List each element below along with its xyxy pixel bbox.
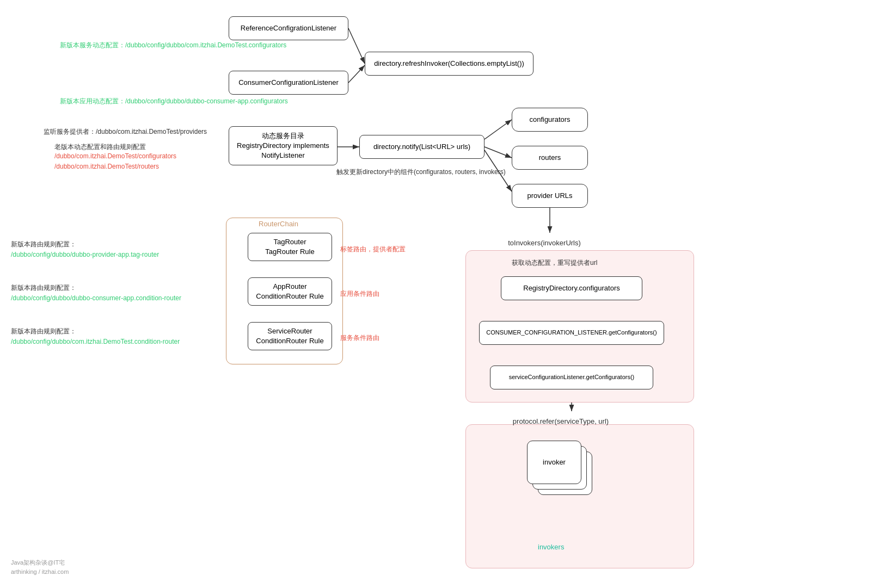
router-chain-label: RouterChain	[259, 220, 298, 228]
label-trigger-update: 触发更新directory中的组件(configuratos, routers,…	[336, 168, 506, 177]
label-old-version-paths: /dubbo/com.itzhai.DemoTest/configurators…	[54, 151, 176, 172]
label-app-router: 应用条件路由	[340, 289, 379, 299]
label-old-version-config: 老版本动态配置和路由规则配置	[54, 143, 146, 152]
directory-refresh: directory.refreshInvoker(Collections.emp…	[365, 52, 533, 76]
to-invokers-label: toInvokers(invokerUrls)	[490, 233, 599, 252]
configurators-box: configurators	[512, 108, 588, 132]
registry-dir-config-box: RegistryDirectory.configurators	[501, 276, 642, 300]
label-tag-router: 标签路由，提供者配置	[340, 245, 406, 254]
tag-router-box: TagRouter TagRouter Rule	[248, 233, 332, 261]
svg-line-2	[348, 65, 365, 83]
label-get-dynamic-config: 获取动态配置，重写提供者url	[512, 258, 597, 268]
svg-line-5	[484, 147, 512, 158]
footer-line1: Java架构杂谈@IT宅	[11, 558, 69, 568]
svg-line-1	[348, 28, 365, 64]
consumer-config-listener-get-box: CONSUMER_CONFIGURATION_LISTENER.getConfi…	[479, 321, 664, 345]
label-invokers: invokers	[538, 543, 564, 551]
consumer-config-listener: ConsumerConfigurationListener	[229, 71, 348, 95]
label-listen-service-provider: 监听服务提供者：/dubbo/com.itzhai.DemoTest/provi…	[44, 127, 207, 137]
footer: Java架构杂谈@IT宅 arthinking / itzhai.com	[11, 558, 69, 577]
diagram: RouterChain ReferenceConfigrationListene…	[0, 0, 871, 588]
footer-line2: arthinking / itzhai.com	[11, 567, 69, 577]
service-router-box: ServiceRouter ConditionRouter Rule	[248, 322, 332, 350]
label-new-router-config1: 新版本路由规则配置：/dubbo/config/dubbo/dubbo-prov…	[11, 239, 159, 260]
protocol-refer-label: protocol.refer(serviceType, url)	[484, 411, 637, 431]
routers-box: routers	[512, 146, 588, 170]
label-service-router: 服务条件路由	[340, 333, 379, 343]
provider-urls-box: provider URLs	[512, 184, 588, 208]
directory-notify: directory.notify(List<URL> urls)	[359, 135, 484, 159]
label-new-router-config2: 新版本路由规则配置：/dubbo/config/dubbo/dubbo-cons…	[11, 283, 181, 304]
label-new-app-config: 新版本应用动态配置：/dubbo/config/dubbo/dubbo-cons…	[60, 97, 288, 106]
reference-config-listener: ReferenceConfigrationListener	[229, 16, 348, 40]
label-new-service-config: 新版本服务动态配置：/dubbo/config/dubbo/com.itzhai…	[60, 41, 286, 50]
dynamic-service-dir: 动态服务目录 RegistryDirectory implements Noti…	[229, 126, 338, 165]
svg-line-4	[484, 120, 512, 139]
label-new-router-config3: 新版本路由规则配置：/dubbo/config/dubbo/com.itzhai…	[11, 326, 180, 347]
app-router-box: AppRouter ConditionRouter Rule	[248, 277, 332, 306]
service-config-listener-get-box: serviceConfigurationListener.getConfigur…	[490, 366, 653, 389]
invoker-box-main: invoker	[527, 441, 581, 484]
